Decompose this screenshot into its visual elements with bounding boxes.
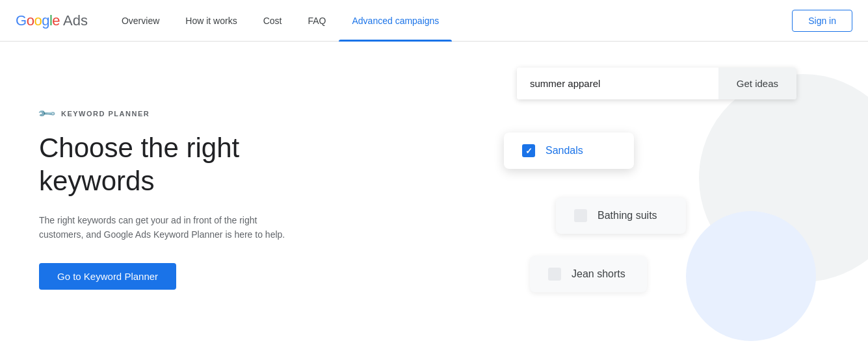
cta-button[interactable]: Go to Keyword Planner [39, 263, 176, 290]
description-text: The right keywords can get your ad in fr… [39, 213, 286, 242]
main-headline: Choose the right keywords [39, 132, 452, 197]
main-content: 🔧 KEYWORD PLANNER Choose the right keywo… [0, 42, 868, 354]
checkmark-icon: ✓ [525, 146, 533, 156]
logo[interactable]: Google Ads [16, 12, 88, 29]
right-panel: Get ideas ✓ Sandals Bathing suits Jean s… [491, 42, 868, 354]
get-ideas-button[interactable]: Get ideas [718, 68, 796, 99]
bathing-suits-checkbox[interactable] [574, 209, 587, 222]
section-label-container: 🔧 KEYWORD PLANNER [39, 106, 452, 121]
left-panel: 🔧 KEYWORD PLANNER Choose the right keywo… [0, 42, 491, 354]
logo-google-text: Google [16, 12, 60, 29]
nav-item-how-it-works[interactable]: How it works [172, 0, 250, 42]
nav-links: Overview How it works Cost FAQ Advanced … [109, 0, 792, 42]
jean-shorts-checkbox[interactable] [548, 268, 561, 281]
sandals-card[interactable]: ✓ Sandals [504, 133, 634, 169]
nav-item-cost[interactable]: Cost [250, 0, 295, 42]
section-label: KEYWORD PLANNER [61, 110, 150, 118]
jean-shorts-card[interactable]: Jean shorts [530, 256, 647, 292]
demo-container: Get ideas ✓ Sandals Bathing suits Jean s… [491, 42, 868, 354]
nav-item-overview[interactable]: Overview [109, 0, 172, 42]
search-bar: Get ideas [517, 68, 796, 99]
nav-item-faq[interactable]: FAQ [295, 0, 339, 42]
wrench-icon: 🔧 [36, 103, 58, 125]
navbar: Google Ads Overview How it works Cost FA… [0, 0, 868, 42]
bathing-suits-label: Bathing suits [598, 210, 657, 221]
sandals-checkbox[interactable]: ✓ [522, 144, 535, 157]
signin-button[interactable]: Sign in [792, 10, 852, 32]
logo-ads-text: Ads [63, 12, 88, 29]
search-input[interactable] [517, 68, 718, 99]
jean-shorts-label: Jean shorts [572, 268, 625, 280]
sandals-label: Sandals [546, 145, 583, 157]
nav-item-advanced-campaigns[interactable]: Advanced campaigns [339, 0, 452, 42]
bathing-suits-card[interactable]: Bathing suits [556, 197, 686, 234]
